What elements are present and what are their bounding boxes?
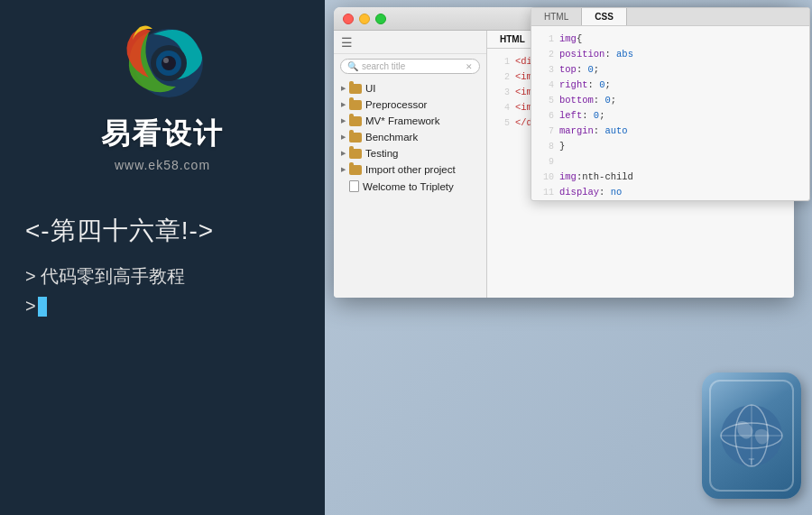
logo-icon [104, 16, 221, 111]
expand-icon: ▶ [341, 101, 346, 108]
file-sidebar: ☰ 🔍 search title ✕ ▶ UI ▶ [334, 31, 487, 298]
traffic-lights [343, 14, 386, 24]
tab-css-active[interactable]: CSS [582, 8, 627, 25]
item-label: Testing [365, 148, 398, 159]
sidebar-item-mv-framework[interactable]: ▶ MV* Framework [334, 113, 486, 129]
hamburger-icon[interactable]: ☰ [341, 35, 353, 50]
tab-html-css[interactable]: HTML [531, 8, 582, 25]
sidebar-item-welcome[interactable]: ▶ Welcome to Triplety [334, 178, 486, 195]
svg-point-5 [721, 405, 782, 466]
item-label: MV* Framework [365, 115, 439, 126]
expand-icon: ▶ [341, 166, 346, 173]
sidebar-item-benchmark[interactable]: ▶ Benchmark [334, 129, 486, 145]
svg-point-4 [163, 58, 169, 63]
app-icon-svg: ⊤ [715, 400, 788, 472]
expand-icon: ▶ [341, 150, 346, 157]
close-button[interactable] [343, 14, 354, 24]
folder-icon [349, 133, 362, 143]
svg-point-3 [161, 56, 176, 70]
sidebar-item-preprocessor[interactable]: ▶ Preprocessor [334, 97, 486, 113]
sidebar-item-ui[interactable]: ▶ UI [334, 80, 486, 97]
app-icon-area: ⊤ [702, 372, 801, 499]
folder-icon [349, 84, 362, 94]
minimize-button[interactable] [359, 14, 370, 24]
chapter-area: <-第四十六章!-> > 代码零到高手教程 > [0, 214, 325, 324]
expand-icon: ▶ [341, 85, 346, 92]
sidebar-item-testing[interactable]: ▶ Testing [334, 145, 486, 161]
clear-search-icon[interactable]: ✕ [466, 62, 473, 71]
search-icon: 🔍 [347, 61, 358, 71]
left-panel: 易看设计 www.ek58.com <-第四十六章!-> > 代码零到高手教程 … [0, 0, 325, 515]
item-label: Benchmark [365, 132, 418, 143]
maximize-button[interactable] [375, 14, 386, 24]
item-label: Preprocessor [365, 99, 427, 110]
app-icon: ⊤ [702, 372, 801, 499]
search-bar[interactable]: 🔍 search title ✕ [340, 59, 480, 74]
chapter-subtitle1: > 代码零到高手教程 [25, 264, 325, 289]
expand-icon: ▶ [341, 133, 346, 141]
chapter-subtitle2: > [25, 296, 325, 317]
expand-icon: ▶ [341, 117, 346, 124]
cursor [38, 297, 47, 317]
file-tree: ▶ UI ▶ Preprocessor ▶ MV* Framework [334, 78, 486, 195]
css-editor-panel: HTML CSS 1img{ 2 position: abs 3 top: 0;… [531, 7, 810, 201]
item-label: UI [365, 83, 376, 94]
right-panel: Welcome ☰ 🔍 search title ✕ ▶ UI [325, 0, 812, 515]
svg-text:⊤: ⊤ [748, 457, 755, 466]
logo-area: 易看设计 www.ek58.com [101, 16, 224, 172]
folder-icon [349, 149, 362, 159]
css-tab-bar: HTML CSS [531, 8, 809, 26]
item-label: Welcome to Triplety [363, 181, 454, 192]
item-label: Import other project [365, 164, 456, 175]
css-code-editor: 1img{ 2 position: abs 3 top: 0; 4 right:… [531, 26, 809, 201]
folder-icon [349, 116, 362, 126]
file-icon [349, 180, 359, 192]
search-placeholder: search title [362, 61, 405, 71]
folder-icon [349, 165, 362, 175]
chapter-title: <-第四十六章!-> [25, 214, 325, 248]
logo-text-chinese: 易看设计 [101, 115, 224, 154]
sidebar-item-import[interactable]: ▶ Import other project [334, 161, 486, 178]
sidebar-toolbar: ☰ [334, 31, 486, 54]
logo-url: www.ek58.com [115, 158, 210, 172]
svg-point-6 [735, 405, 768, 466]
folder-icon [349, 100, 362, 110]
svg-point-7 [721, 423, 782, 448]
